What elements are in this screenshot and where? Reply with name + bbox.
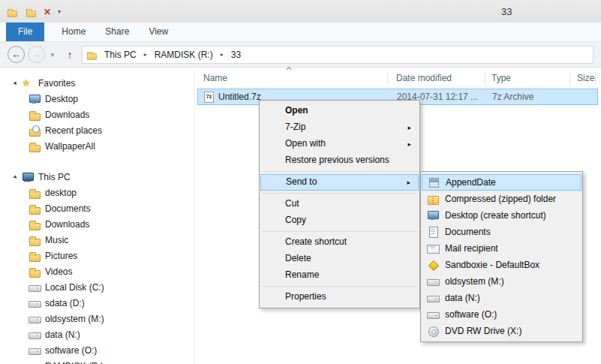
dvd-drive-icon	[427, 325, 439, 337]
window-title: 33	[501, 6, 512, 17]
sendto-item-compressed-folder[interactable]: Compressed (zipped) folder	[422, 191, 581, 207]
submenu-arrow-icon	[407, 136, 411, 152]
menu-label: software (O:)	[445, 309, 497, 320]
sidebar-item-recent-places[interactable]: Recent places	[0, 122, 194, 138]
sidebar-label: Downloads	[45, 110, 89, 120]
sidebar-item-desktop-folder[interactable]: desktop	[0, 185, 194, 200]
delete-red-icon[interactable]	[44, 7, 51, 17]
drive-icon	[29, 329, 41, 341]
monitor-icon	[29, 93, 41, 105]
column-resize-handle[interactable]	[485, 71, 485, 85]
expand-collapse-icon[interactable]	[11, 80, 20, 87]
title-bar: 33	[0, 0, 601, 23]
column-header-type[interactable]: Type	[491, 73, 511, 83]
sidebar-item-ramdisk-r[interactable]: RAMDISK (R:)	[0, 358, 194, 364]
menu-item-restore-previous-versions[interactable]: Restore previous versions	[260, 152, 419, 169]
tab-file[interactable]: File	[6, 23, 44, 41]
menu-item-open[interactable]: Open	[260, 103, 419, 119]
sidebar-item-software-o[interactable]: software (O:)	[0, 342, 194, 358]
sidebar-label: Videos	[45, 266, 72, 277]
sidebar-item-local-disk-c[interactable]: Local Disk (C:)	[0, 279, 194, 295]
breadcrumb-33[interactable]: 33	[224, 47, 248, 63]
sidebar-label: software (O:)	[45, 345, 97, 356]
file-name: Untitled.7z	[218, 92, 261, 102]
breadcrumb-this-pc[interactable]: This PC	[98, 47, 143, 63]
menu-item-create-shortcut[interactable]: Create shortcut	[260, 234, 419, 251]
back-button[interactable]	[8, 46, 25, 63]
sidebar-item-pictures[interactable]: Pictures	[0, 248, 194, 263]
folder-icon[interactable]	[7, 7, 17, 17]
star-icon	[22, 77, 34, 89]
menu-label: Delete	[285, 253, 311, 263]
menu-separator	[262, 286, 417, 287]
sendto-item-data-n[interactable]: data (N:)	[422, 290, 581, 306]
menu-label: Open with	[285, 138, 326, 149]
tab-view[interactable]: View	[139, 23, 178, 41]
dropdown-icon[interactable]	[58, 7, 61, 17]
sendto-item-software-o[interactable]: software (O:)	[422, 306, 581, 323]
sidebar-item-favorites[interactable]: Favorites	[0, 75, 194, 91]
sidebar-item-music[interactable]: Music	[0, 232, 194, 248]
menu-label: Documents	[445, 227, 491, 237]
expand-collapse-icon[interactable]	[11, 173, 20, 181]
menu-item-copy[interactable]: Copy	[260, 212, 419, 229]
sidebar-item-desktop[interactable]: Desktop	[0, 91, 194, 107]
sidebar-item-videos[interactable]: Videos	[0, 263, 194, 279]
sidebar-label: Favorites	[38, 78, 75, 89]
sidebar-label: Documents	[45, 203, 91, 214]
sidebar-item-oldsystem-m[interactable]: oldsystem (M:)	[0, 311, 194, 326]
menu-label: Sandboxie - DefaultBox	[445, 260, 539, 270]
menu-label: Properties	[285, 291, 326, 302]
sidebar-item-wallpaperall[interactable]: WallpaperAll	[0, 138, 194, 154]
menu-item-rename[interactable]: Rename	[260, 267, 419, 284]
sendto-item-oldsystem-m[interactable]: oldsystem (M:)	[422, 273, 581, 290]
forward-button[interactable]	[28, 46, 45, 63]
column-header-row: Name Date modified Type Size	[196, 68, 601, 88]
column-resize-handle[interactable]	[595, 71, 596, 85]
column-header-name[interactable]: Name	[203, 73, 227, 83]
navigation-pane: Favorites Desktop Downloads Recent place…	[0, 68, 195, 364]
drive-icon	[427, 275, 439, 287]
menu-item-properties[interactable]: Properties	[260, 289, 419, 305]
sidebar-label: This PC	[38, 172, 71, 182]
menu-label: Copy	[285, 215, 306, 225]
sendto-item-documents[interactable]: Documents	[422, 224, 581, 240]
column-resize-handle[interactable]	[387, 71, 388, 85]
menu-label: Create shortcut	[285, 236, 347, 247]
breadcrumb-ramdisk[interactable]: RAMDISK (R:)	[148, 47, 220, 63]
menu-label: AppendDate	[446, 177, 496, 188]
menu-item-cut[interactable]: Cut	[260, 196, 419, 212]
menu-item-open-with[interactable]: Open with	[260, 136, 419, 152]
tab-share[interactable]: Share	[95, 23, 139, 41]
sidebar-label: sdata (D:)	[45, 298, 85, 308]
column-resize-handle[interactable]	[569, 71, 570, 85]
drive-icon	[29, 360, 41, 364]
folder-icon[interactable]	[26, 7, 36, 17]
menu-item-7zip[interactable]: 7-Zip	[260, 119, 419, 136]
address-bar[interactable]: This PC RAMDISK (R:) 33	[82, 46, 593, 64]
column-header-size[interactable]: Size	[577, 73, 594, 83]
sidebar-item-documents[interactable]: Documents	[0, 200, 194, 216]
sendto-item-desktop-shortcut[interactable]: Desktop (create shortcut)	[422, 207, 581, 224]
up-button[interactable]	[62, 49, 77, 61]
quick-access-toolbar	[6, 6, 61, 18]
sidebar-item-downloads[interactable]: Downloads	[0, 107, 194, 122]
sidebar-label: data (N:)	[45, 329, 80, 340]
sendto-item-mail-recipient[interactable]: Mail recipient	[422, 240, 581, 257]
application-icon	[428, 176, 440, 188]
tab-home[interactable]: Home	[52, 23, 95, 41]
folder-icon	[29, 234, 41, 246]
sidebar-item-downloads-pc[interactable]: Downloads	[0, 216, 194, 232]
recent-locations-dropdown-icon[interactable]	[47, 51, 58, 59]
sendto-item-sandboxie[interactable]: Sandboxie - DefaultBox	[422, 257, 581, 273]
sendto-item-dvd-rw-drive-x[interactable]: DVD RW Drive (X:)	[422, 323, 581, 339]
sidebar-item-data-n[interactable]: data (N:)	[0, 326, 194, 342]
column-header-date-modified[interactable]: Date modified	[396, 73, 452, 83]
sidebar-item-this-pc[interactable]: This PC	[0, 169, 194, 185]
sidebar-item-sdata-d[interactable]: sdata (D:)	[0, 295, 194, 311]
menu-label: Compressed (zipped) folder	[445, 194, 556, 204]
sendto-item-appenddate[interactable]: AppendDate	[422, 174, 581, 191]
folder-icon	[29, 109, 41, 121]
menu-item-send-to[interactable]: Send to	[260, 174, 419, 191]
menu-item-delete[interactable]: Delete	[260, 251, 419, 267]
